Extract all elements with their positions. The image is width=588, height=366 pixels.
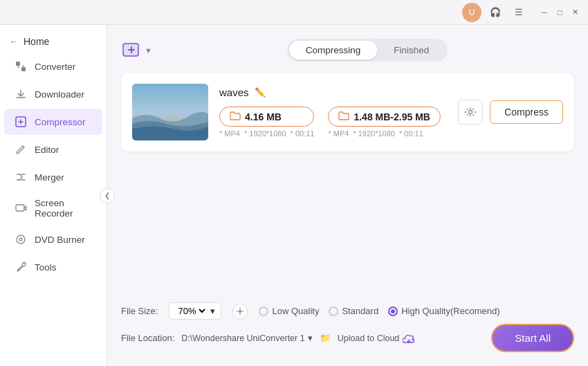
radio-high-label: High Quality(Recomend) [401,306,499,316]
compress-actions: Compress [458,100,563,125]
compressor-label: Compressor [35,117,86,127]
radio-high-quality[interactable]: High Quality(Recomend) [388,306,499,316]
merger-label: Merger [35,172,64,183]
svg-point-5 [19,238,22,241]
tools-label: Tools [35,262,57,273]
editor-icon [14,143,28,156]
radio-standard-circle [329,306,338,316]
screen-recorder-label: Screen Recorder [35,198,93,219]
close-button[interactable]: ✕ [569,6,581,19]
sidebar-item-converter[interactable]: Converter [4,53,102,80]
home-label: Home [24,36,49,47]
app-body: ← Home Converter Downloader [0,25,588,366]
back-arrow-icon: ← [10,37,18,46]
svg-point-4 [17,235,25,244]
original-size-group: 4.16 MB MP4 1920*1080 00:11 [219,107,314,138]
settings-button[interactable] [458,100,483,125]
main-content: ▼ Compressing Finished [107,25,588,366]
compress-button[interactable]: Compress [490,100,563,124]
sidebar-item-editor[interactable]: Editor [4,136,102,163]
radio-low-label: Low Quality [272,306,319,316]
radio-high-circle [388,306,398,316]
compressed-meta-format: MP4 [328,129,349,138]
compressor-icon [14,115,28,129]
user-avatar[interactable]: U [462,3,481,22]
compressed-size-group: 1.48 MB-2.95 MB MP4 1920*1080 00:11 [328,107,440,138]
radio-low-circle [259,306,268,316]
radio-low-quality[interactable]: Low Quality [259,306,319,316]
compressed-folder-icon [338,111,349,122]
sidebar-item-downloader[interactable]: Downloader [4,81,102,107]
quality-radio-group: Low Quality Standard High Quality(Recome… [259,306,499,316]
svg-point-9 [469,111,472,114]
title-bar: U 🎧 ☰ ─ □ ✕ [0,0,588,25]
minimize-button[interactable]: ─ [538,6,551,19]
sidebar-item-screen-recorder[interactable]: Screen Recorder [4,192,102,225]
downloader-icon [14,87,28,101]
folder-icon [230,111,241,122]
editor-label: Editor [35,145,59,155]
original-meta-format: MP4 [219,129,240,138]
upload-cloud-label: Upload to Cloud [338,333,400,343]
location-folder-icon[interactable]: 📁 [320,333,331,343]
headset-icon[interactable]: 🎧 [486,3,505,22]
sidebar-item-dvd-burner[interactable]: DVD Burner [4,226,102,253]
original-size-text: 4.16 MB [245,111,282,122]
file-location-path[interactable]: D:\Wondershare UniConverter 1 ▾ [181,333,312,343]
start-all-button[interactable]: Start All [491,324,574,352]
top-bar: ▼ Compressing Finished [121,39,574,62]
downloader-label: Downloader [35,89,84,100]
compressed-file-meta: MP4 1920*1080 00:11 [328,129,440,138]
merger-icon [14,170,28,184]
location-dropdown-arrow: ▾ [308,333,313,343]
file-card: waves ✏️ 4.16 MB [121,73,574,152]
compressed-size-text: 1.48 MB-2.95 MB [353,111,430,122]
file-thumbnail [132,84,208,140]
file-name: waves [219,86,249,98]
svg-rect-0 [16,62,20,66]
home-nav[interactable]: ← Home [0,30,107,53]
edit-icon[interactable]: ✏️ [255,87,266,98]
bottom-bar: File Size: 50% 60% 70% 80% 90% ▾ [121,291,574,352]
original-file-meta: MP4 1920*1080 00:11 [219,129,314,138]
select-arrow-icon: ▾ [210,306,215,316]
bottom-row2: File Location: D:\Wondershare UniConvert… [121,324,574,352]
menu-icon[interactable]: ☰ [509,3,529,22]
file-size-label: File Size: [121,306,158,316]
compressed-meta-resolution: 1920*1080 [353,129,395,138]
sidebar-collapse-button[interactable]: ❮ [100,188,115,203]
add-file-button[interactable]: ▼ [121,40,152,61]
compressed-meta-duration: 00:11 [399,129,423,138]
resolution-settings-button[interactable] [232,304,248,319]
window-controls: ─ □ ✕ [538,6,581,19]
tab-group: Compressing Finished [287,39,448,62]
svg-rect-1 [21,67,26,71]
sidebar-item-tools[interactable]: Tools [4,254,102,280]
sidebar-item-compressor[interactable]: Compressor [4,109,102,135]
svg-rect-3 [16,205,24,211]
tools-icon [14,260,28,274]
quality-select[interactable]: 50% 60% 70% 80% 90% [175,305,208,317]
original-size-box: 4.16 MB [219,107,314,127]
tab-compressing[interactable]: Compressing [289,41,378,60]
svg-point-10 [239,310,241,313]
upload-cloud-button[interactable]: Upload to Cloud [338,333,416,344]
converter-icon [14,60,28,73]
cloud-icon [403,333,415,344]
quality-select-wrap[interactable]: 50% 60% 70% 80% 90% ▾ [169,302,221,320]
compressed-size-box: 1.48 MB-2.95 MB [328,107,440,127]
file-location-label: File Location: [121,333,174,343]
converter-label: Converter [35,62,75,72]
original-meta-duration: 00:11 [291,129,315,138]
bottom-row1: File Size: 50% 60% 70% 80% 90% ▾ [121,302,574,320]
original-meta-resolution: 1920*1080 [244,129,286,138]
sidebar-item-merger[interactable]: Merger [4,164,102,190]
maximize-button[interactable]: □ [553,6,566,19]
radio-standard[interactable]: Standard [329,306,378,316]
screen-recorder-icon [14,201,28,215]
dvd-burner-label: DVD Burner [35,235,85,245]
thumbnail-svg [132,84,208,140]
dvd-burner-icon [14,232,28,246]
tab-finished[interactable]: Finished [377,41,445,60]
add-dropdown-arrow: ▼ [145,46,152,55]
